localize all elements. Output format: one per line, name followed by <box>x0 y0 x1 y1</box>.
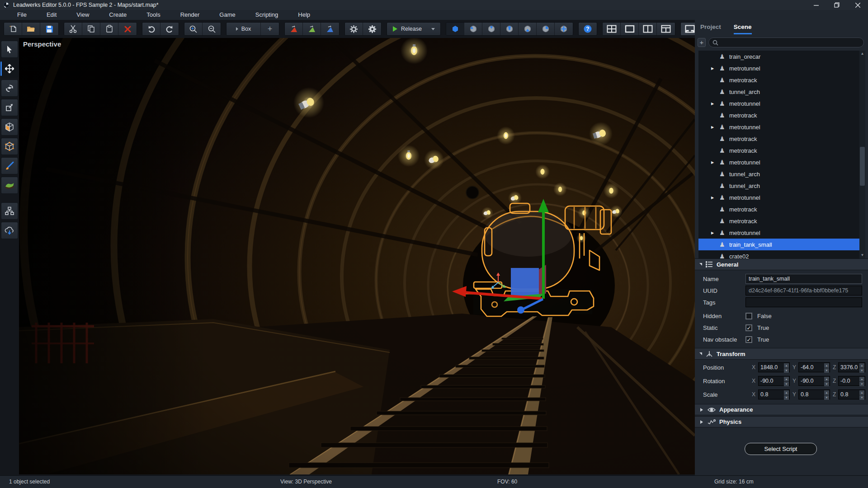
tree-item[interactable]: ♟tunnel_arch <box>698 168 859 180</box>
spinner[interactable]: ▲▼ <box>859 390 865 399</box>
spinner[interactable]: ▲▼ <box>859 363 865 372</box>
options-gear-button[interactable] <box>363 23 381 35</box>
menu-edit[interactable]: Edit <box>37 10 66 20</box>
nav-obstacle-checkbox[interactable]: ✓ <box>745 336 752 343</box>
tree-item[interactable]: ♟metrotrack <box>698 203 859 215</box>
vertex-edit-tool-button[interactable] <box>1 138 18 155</box>
scale-x-field[interactable]: ▲▼ <box>758 389 790 399</box>
menu-game[interactable]: Game <box>209 10 245 20</box>
red-axis-rotate-button[interactable] <box>285 23 303 35</box>
rotation-z-field[interactable]: ▲▼ <box>838 376 865 386</box>
tree-item[interactable]: ▶♟metrotunnel <box>698 156 859 168</box>
menu-tools[interactable]: Tools <box>137 10 170 20</box>
spinner[interactable]: ▲▼ <box>824 363 830 372</box>
tree-item[interactable]: ♟metrotrack <box>698 215 859 227</box>
settings-gear-button[interactable] <box>345 23 363 35</box>
view-mode-wireframe-button[interactable] <box>446 23 464 35</box>
save-button[interactable] <box>40 23 58 35</box>
view-mode-shadows-button[interactable] <box>519 23 537 35</box>
run-config-dropdown[interactable]: Release <box>387 23 440 35</box>
expand-arrow-icon[interactable]: ▶ <box>711 231 714 235</box>
menu-help[interactable]: Help <box>288 10 320 20</box>
expand-arrow-icon[interactable]: ▶ <box>711 125 714 129</box>
menu-scripting[interactable]: Scripting <box>245 10 288 20</box>
zoom-in-button[interactable] <box>184 23 203 35</box>
paste-button[interactable] <box>100 23 118 35</box>
tree-item[interactable]: ♟metrotrack <box>698 109 859 121</box>
tree-item[interactable]: ♟crate02 <box>698 250 859 258</box>
hidden-checkbox[interactable] <box>745 313 752 319</box>
view-mode-normals-button[interactable] <box>537 23 555 35</box>
help-button[interactable]: ? <box>579 23 597 35</box>
tree-item[interactable]: ♟metrotrack <box>698 74 859 86</box>
expand-arrow-icon[interactable]: ▶ <box>711 102 714 106</box>
layout-single-button[interactable] <box>621 23 639 35</box>
scale-z-field[interactable]: ▲▼ <box>838 389 865 399</box>
spinner[interactable]: ▲▼ <box>824 390 830 399</box>
redo-button[interactable] <box>160 23 179 35</box>
spinner[interactable]: ▲▼ <box>784 363 789 372</box>
tree-item[interactable]: ♟train_orecar <box>698 51 859 62</box>
static-checkbox[interactable]: ✓ <box>745 324 752 331</box>
spinner[interactable]: ▲▼ <box>859 376 865 385</box>
section-appearance[interactable]: Appearance <box>695 404 868 415</box>
new-file-button[interactable]: * <box>4 23 22 35</box>
cloud-download-tool-button[interactable] <box>1 222 18 239</box>
scale-y-field[interactable]: ▲▼ <box>798 389 830 399</box>
face-edit-tool-button[interactable] <box>1 118 18 136</box>
rotate-tool-button[interactable] <box>1 80 18 97</box>
scroll-up-icon[interactable]: ▲ <box>859 51 865 57</box>
tree-item[interactable]: ▶♟metrotunnel <box>698 98 859 109</box>
spinner[interactable]: ▲▼ <box>824 376 830 385</box>
tab-scene[interactable]: Scene <box>734 23 752 34</box>
rotation-y-field[interactable]: ▲▼ <box>798 376 830 386</box>
menu-view[interactable]: View <box>66 10 99 20</box>
tree-item[interactable]: ♟tunnel_arch <box>698 180 859 192</box>
close-button[interactable] <box>847 0 868 10</box>
position-z-field[interactable]: ▲▼ <box>838 362 865 372</box>
open-file-button[interactable] <box>22 23 40 35</box>
viewport-perspective[interactable]: Perspective <box>19 38 695 474</box>
menu-render[interactable]: Render <box>170 10 210 20</box>
expand-arrow-icon[interactable]: ▶ <box>711 160 714 164</box>
section-general[interactable]: General <box>695 258 868 270</box>
section-transform[interactable]: Transform <box>695 348 868 360</box>
scroll-down-icon[interactable]: ▼ <box>859 252 865 258</box>
add-entity-button[interactable]: + <box>698 38 706 47</box>
spinner[interactable]: ▲▼ <box>784 390 789 399</box>
select-script-button[interactable]: Select Script <box>745 443 817 455</box>
tab-project[interactable]: Project <box>700 23 721 34</box>
menu-file[interactable]: File <box>7 10 37 20</box>
tree-item[interactable]: ▶♟metrotunnel <box>698 62 859 74</box>
zoom-out-button[interactable] <box>203 23 221 35</box>
layout-vsplit-button[interactable] <box>639 23 657 35</box>
primitive-dropdown[interactable]: Box <box>226 23 261 35</box>
tree-item[interactable]: ▶♟metrotunnel <box>698 192 859 203</box>
copy-button[interactable] <box>82 23 100 35</box>
restore-button[interactable] <box>826 0 847 10</box>
expand-arrow-icon[interactable]: ▶ <box>711 66 714 70</box>
minimize-button[interactable] <box>806 0 826 10</box>
hierarchy-tool-button[interactable] <box>1 202 18 220</box>
green-axis-rotate-button[interactable] <box>303 23 321 35</box>
tags-field[interactable] <box>745 297 862 307</box>
view-mode-solid-button[interactable] <box>464 23 482 35</box>
search-input[interactable] <box>718 39 845 46</box>
tree-item[interactable]: ♟metrotrack <box>698 133 859 145</box>
rotation-x-field[interactable]: ▲▼ <box>758 376 790 386</box>
tree-item-selected[interactable]: ♟train_tank_small <box>698 239 859 250</box>
spinner[interactable]: ▲▼ <box>784 376 789 385</box>
tree-item[interactable]: ♟metrotrack <box>698 145 859 156</box>
tree-scrollbar[interactable]: ▲ ▼ <box>859 51 865 258</box>
position-x-field[interactable]: ▲▼ <box>758 362 790 372</box>
scene-search-box[interactable] <box>708 38 864 47</box>
tree-item[interactable]: ▶♟metrotunnel <box>698 227 859 239</box>
tree-item[interactable]: ♟tunnel_arch <box>698 86 859 98</box>
terrain-tool-button[interactable] <box>1 177 18 194</box>
view-mode-uv-button[interactable] <box>555 23 573 35</box>
add-primitive-button[interactable]: + <box>261 23 279 35</box>
expand-arrow-icon[interactable]: ▶ <box>711 196 714 200</box>
undo-button[interactable] <box>142 23 160 35</box>
view-mode-material-button[interactable] <box>482 23 500 35</box>
tree-item[interactable]: ▶♟metrotunnel <box>698 121 859 133</box>
